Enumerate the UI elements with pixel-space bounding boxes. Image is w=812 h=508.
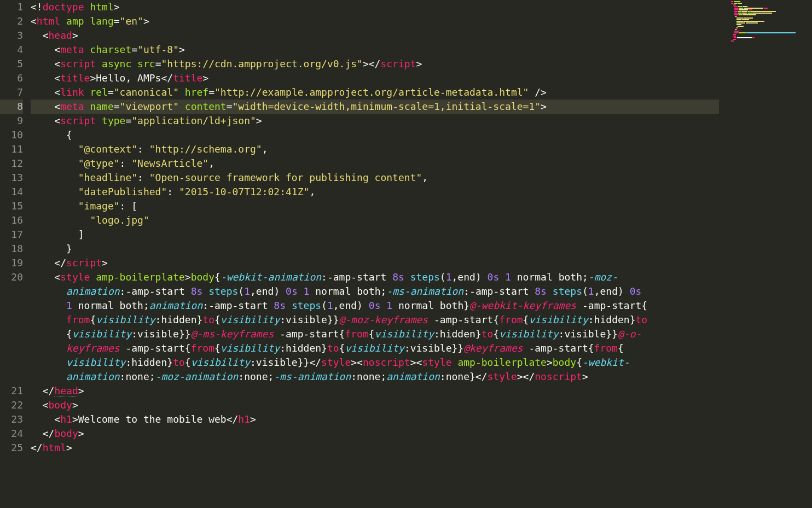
code-line[interactable]: { (31, 128, 719, 142)
minimap-line (731, 19, 811, 20)
line-number: 21 (0, 384, 23, 398)
minimap-line (731, 34, 811, 35)
minimap-line (731, 21, 811, 22)
minimap-line (731, 1, 811, 2)
line-number: 17 (0, 227, 23, 242)
code-line[interactable]: </html> (31, 441, 719, 455)
code-line-wrap[interactable]: from{visibility:hidden}to{visibility:vis… (31, 313, 719, 327)
minimap-line (731, 4, 811, 5)
code-editor[interactable]: 1234567891011121314151617181920 21222324… (0, 0, 812, 508)
code-line[interactable]: <title>Hello, AMPs</title> (31, 71, 719, 85)
code-line-wrap[interactable]: {visibility:visible}}@-ms-keyframes -amp… (31, 327, 719, 341)
minimap-line (731, 8, 811, 9)
line-number: 18 (0, 242, 23, 256)
line-number: 7 (0, 85, 23, 100)
line-number: 10 (0, 128, 23, 142)
code-line-wrap[interactable]: animation:none;-moz-animation:none;-ms-a… (31, 370, 719, 384)
line-number: 22 (0, 398, 23, 412)
code-line[interactable]: "@type": "NewsArticle", (31, 156, 719, 171)
code-line[interactable]: <link rel="canonical" href="http://examp… (31, 85, 719, 100)
code-line[interactable]: "headline": "Open-source framework for p… (31, 171, 719, 185)
code-line-wrap[interactable]: animation:-amp-start 8s steps(1,end) 0s … (31, 284, 719, 299)
code-line[interactable]: "image": [ (31, 199, 719, 213)
code-line[interactable]: <meta charset="utf-8"> (31, 43, 719, 57)
code-line[interactable]: ] (31, 227, 719, 242)
minimap-line (731, 26, 811, 27)
code-line[interactable]: "datePublished": "2015-10-07T12:02:41Z", (31, 185, 719, 199)
code-line[interactable]: "@context": "http://schema.org", (31, 142, 719, 156)
code-line[interactable]: <body> (31, 398, 719, 412)
line-number: 16 (0, 213, 23, 227)
minimap-line (731, 27, 811, 28)
code-line-wrap[interactable]: 1 normal both;animation:-amp-start 8s st… (31, 299, 719, 313)
code-line[interactable]: "logo.jpg" (31, 213, 719, 227)
minimap-line (731, 3, 811, 4)
minimap-line (731, 22, 811, 24)
code-line-wrap[interactable]: visibility:hidden}to{visibility:visible}… (31, 355, 719, 370)
code-area[interactable]: <!doctype html><html amp lang="en"> <hea… (31, 0, 812, 508)
code-line[interactable]: } (31, 242, 719, 256)
code-line-wrap[interactable]: keyframes -amp-start{from{visibility:hid… (31, 341, 719, 355)
minimap-line (731, 40, 811, 42)
code-line[interactable]: <script async src="https://cdn.ampprojec… (31, 57, 719, 71)
minimap-line (731, 6, 811, 7)
minimap-line (731, 11, 811, 12)
minimap-line (731, 13, 811, 14)
line-number-gutter: 1234567891011121314151617181920 21222324… (0, 0, 31, 508)
line-number: 6 (0, 71, 23, 85)
minimap-line (731, 39, 811, 40)
minimap-line (731, 16, 811, 17)
code-line[interactable]: <!doctype html> (31, 0, 719, 14)
minimap-line (731, 9, 811, 10)
minimap[interactable] (730, 0, 812, 508)
line-number: 25 (0, 441, 23, 455)
code-line[interactable]: <meta name="viewport" content="width=dev… (31, 100, 719, 114)
code-line[interactable]: </head> (31, 384, 719, 398)
minimap-line (731, 37, 811, 38)
code-line[interactable]: <h1>Welcome to the mobile web</h1> (31, 412, 719, 427)
line-number: 24 (0, 427, 23, 441)
line-number: 19 (0, 256, 23, 270)
code-line[interactable]: </script> (31, 256, 719, 270)
line-number: 11 (0, 142, 23, 156)
line-number: 1 (0, 0, 23, 14)
line-number: 8 (0, 100, 23, 114)
line-number: 3 (0, 28, 23, 43)
line-number: 5 (0, 57, 23, 71)
line-number: 23 (0, 412, 23, 427)
line-number: 14 (0, 185, 23, 199)
line-number: 20 (0, 270, 23, 284)
minimap-line (731, 31, 811, 32)
minimap-line (731, 17, 811, 19)
minimap-line (731, 32, 811, 33)
minimap-line (731, 14, 811, 15)
line-number: 15 (0, 199, 23, 213)
minimap-line (731, 36, 811, 37)
line-number: 2 (0, 14, 23, 28)
line-number: 4 (0, 43, 23, 57)
minimap-line (731, 29, 811, 30)
code-line[interactable]: <script type="application/ld+json"> (31, 114, 719, 128)
minimap-line (731, 24, 811, 25)
code-line[interactable]: <style amp-boilerplate>body{-webkit-anim… (31, 270, 719, 284)
code-line[interactable]: <head> (31, 28, 719, 43)
code-line[interactable]: </body> (31, 427, 719, 441)
line-number: 9 (0, 114, 23, 128)
code-line[interactable]: <html amp lang="en"> (31, 14, 719, 28)
line-number: 12 (0, 156, 23, 171)
line-number: 13 (0, 171, 23, 185)
